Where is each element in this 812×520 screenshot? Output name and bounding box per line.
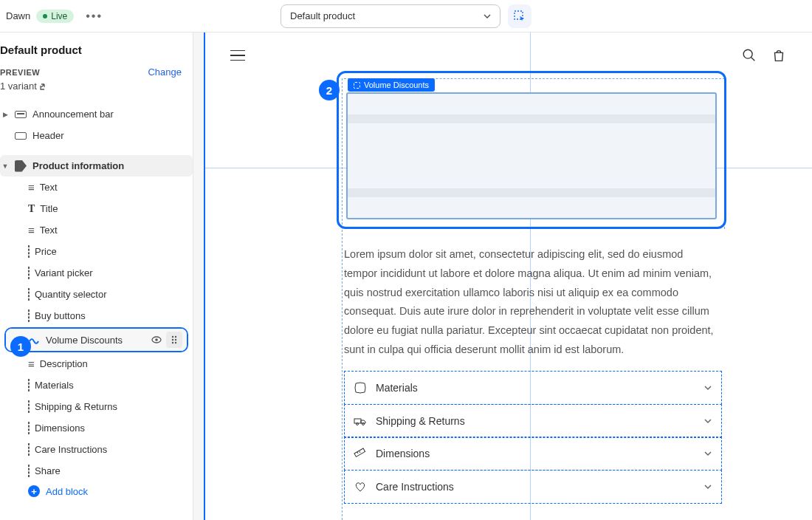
app-block-icon <box>28 267 30 278</box>
svg-point-9 <box>743 49 752 58</box>
svg-line-16 <box>359 451 360 453</box>
drag-dots-icon <box>171 335 178 345</box>
block-care-instructions[interactable]: Care Instructions <box>0 439 193 460</box>
chevron-down-icon <box>703 385 712 391</box>
text-lines-icon <box>28 358 35 370</box>
topbar: Dawn Live ••• Default product <box>0 0 812 32</box>
block-buy-buttons[interactable]: Buy buttons <box>0 305 193 326</box>
block-text[interactable]: Text <box>0 219 193 241</box>
volume-discounts-placeholder <box>346 92 717 219</box>
svg-point-8 <box>175 342 176 343</box>
template-select-value: Default product <box>290 10 355 21</box>
accordion-materials[interactable]: Materials <box>344 371 722 405</box>
accordion-label: Dimensions <box>376 448 430 459</box>
heart-icon <box>354 480 367 493</box>
text-lines-icon <box>28 181 35 194</box>
section-label: Header <box>32 130 64 141</box>
selection-label: Volume Discounts <box>364 81 429 89</box>
accordion-label: Care Instructions <box>376 481 454 493</box>
app-block-icon <box>28 310 30 321</box>
block-volume-discounts-selected[interactable]: Volume Discounts <box>4 327 188 352</box>
section-tree: ▶ Announcement bar Header ▼ Product info… <box>0 96 193 508</box>
app-block-icon <box>28 289 30 300</box>
app-block-icon <box>28 401 30 412</box>
chevron-down-icon <box>484 14 491 18</box>
topbar-center: Default product <box>281 4 531 28</box>
inspector-button[interactable] <box>508 4 531 28</box>
preview-frame: Volume Discounts Lorem ipsum dolor sit a… <box>204 32 812 520</box>
block-share[interactable]: Share <box>0 460 193 482</box>
header-icon <box>14 129 27 143</box>
inspector-icon <box>514 10 526 22</box>
block-variant-picker[interactable]: Variant picker <box>0 262 193 284</box>
product-description: Lorem ipsum dolor sit amet, consectetur … <box>344 245 719 360</box>
app-block-icon <box>28 380 30 391</box>
collapsible-group: Materials Shipping & Returns Dimensions … <box>344 371 722 502</box>
block-shipping-returns[interactable]: Shipping & Returns <box>0 396 193 417</box>
bracket-icon <box>354 82 360 89</box>
plus-circle-icon: + <box>28 485 40 497</box>
variant-text: 1 variant <box>0 81 37 92</box>
block-dimensions[interactable]: Dimensions <box>0 417 193 439</box>
app-block-icon <box>28 246 30 257</box>
search-icon[interactable] <box>741 47 757 64</box>
block-materials[interactable]: Materials <box>0 374 193 396</box>
leather-icon <box>354 381 367 394</box>
svg-point-2 <box>155 338 158 341</box>
block-text[interactable]: Text <box>0 177 193 198</box>
accordion-label: Materials <box>376 382 418 394</box>
tag-icon <box>14 160 27 173</box>
accordion-shipping[interactable]: Shipping & Returns <box>344 404 722 438</box>
eye-icon <box>151 334 162 346</box>
sidebar: Default product PREVIEW Change 1 variant… <box>0 32 193 520</box>
live-badge: Live <box>36 10 74 23</box>
block-actions <box>148 332 182 348</box>
chevron-down-icon <box>703 418 712 424</box>
app-block-icon <box>28 444 30 455</box>
drag-handle[interactable] <box>166 332 182 348</box>
annotation-badge-1: 1 <box>10 336 31 357</box>
section-label: Product information <box>32 160 124 171</box>
template-select[interactable]: Default product <box>281 4 500 28</box>
accordion-dimensions[interactable]: Dimensions <box>344 437 722 471</box>
svg-point-12 <box>357 422 359 425</box>
add-block-button[interactable]: + Add block <box>0 482 193 501</box>
external-link-icon <box>40 83 47 90</box>
block-title[interactable]: TTitle <box>0 198 193 219</box>
caret-down-icon: ▼ <box>1 162 9 170</box>
svg-point-6 <box>175 339 176 341</box>
live-dot-icon <box>43 14 47 18</box>
title-t-icon: T <box>28 203 35 215</box>
topbar-left: Dawn Live ••• <box>6 7 109 26</box>
block-quantity-selector[interactable]: Quantity selector <box>0 284 193 305</box>
accordion-label: Shipping & Returns <box>376 415 465 427</box>
add-block-label: Add block <box>46 486 88 497</box>
selection-label-tag: Volume Discounts <box>348 78 435 92</box>
change-link[interactable]: Change <box>148 66 182 78</box>
annotation-badge-2: 2 <box>319 80 340 100</box>
chevron-down-icon <box>703 484 712 490</box>
menu-button[interactable] <box>230 47 245 65</box>
svg-line-15 <box>357 452 358 454</box>
block-price[interactable]: Price <box>0 241 193 262</box>
volume-discounts-selection-frame[interactable]: Volume Discounts <box>337 71 726 229</box>
section-label: Announcement bar <box>32 109 114 120</box>
visibility-toggle-button[interactable] <box>148 332 165 348</box>
accordion-care[interactable]: Care Instructions <box>344 470 722 504</box>
announcement-icon <box>14 108 27 121</box>
section-header[interactable]: Header <box>0 125 193 146</box>
text-lines-icon <box>28 224 35 236</box>
ruler-icon <box>354 447 367 460</box>
block-description[interactable]: Description <box>0 353 193 374</box>
truck-icon <box>354 414 367 428</box>
more-menu-button[interactable]: ••• <box>80 7 109 26</box>
layout: Default product PREVIEW Change 1 variant… <box>0 32 812 520</box>
variant-row[interactable]: 1 variant <box>0 81 182 92</box>
cart-icon[interactable] <box>771 47 787 64</box>
section-announcement-bar[interactable]: ▶ Announcement bar <box>0 103 193 125</box>
svg-line-10 <box>751 58 755 61</box>
svg-rect-14 <box>354 448 365 456</box>
section-product-information[interactable]: ▼ Product information <box>0 155 193 177</box>
svg-point-4 <box>175 336 176 338</box>
preview-label: PREVIEW <box>0 68 40 77</box>
